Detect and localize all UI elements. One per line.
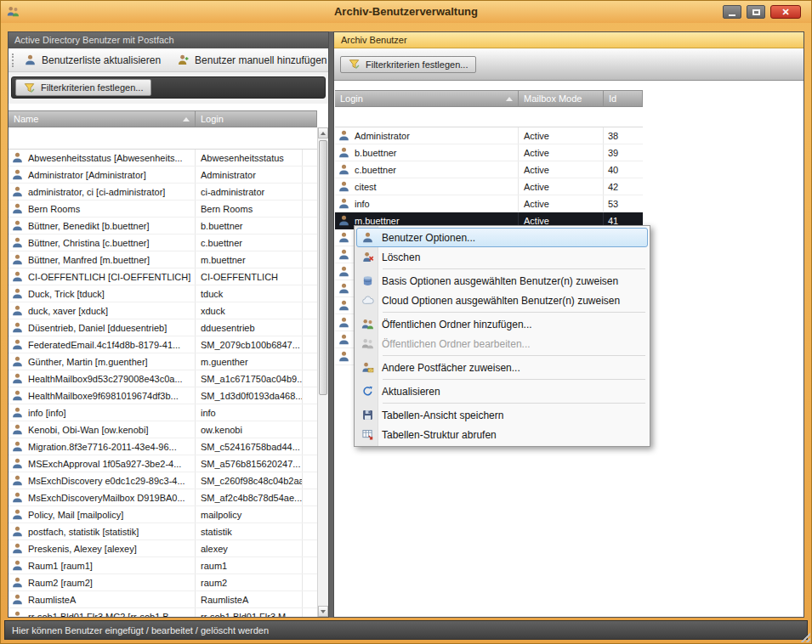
table-row[interactable]: Büttner, Manfred [m.buettner]m.buettner bbox=[9, 251, 317, 268]
menu-item-andere-postf-cher-zuweisen[interactable]: Andere Postfächer zuweisen... bbox=[356, 358, 648, 377]
table-row[interactable]: Düsentrieb, Daniel [dduesentrieb]dduesen… bbox=[9, 319, 317, 336]
user-icon bbox=[338, 164, 351, 175]
ad-filter-button[interactable]: Filterkriterien festlegen... bbox=[15, 79, 151, 96]
scroll-down-button[interactable] bbox=[318, 606, 328, 617]
menu-item-label: Tabellen-Ansicht speichern bbox=[382, 410, 503, 421]
table-row[interactable]: administrator, ci [ci-administrator]ci-a… bbox=[9, 184, 317, 201]
column-header-login[interactable]: Login bbox=[335, 91, 519, 106]
id-cell: 40 bbox=[604, 161, 643, 178]
column-header-login-label: Login bbox=[201, 114, 224, 124]
menu-item-ffentlichen-ordner-hinzuf-gen[interactable]: Öffentlichen Ordner hinzufügen... bbox=[356, 314, 648, 334]
user-icon bbox=[338, 283, 351, 294]
table-row[interactable]: Bern RoomsBern Rooms bbox=[9, 201, 317, 217]
menu-item-ffentlichen-ordner-bearbeiten: Öffentlichen Ordner bearbeiten... bbox=[356, 334, 648, 353]
table-row[interactable]: duck, xaver [xduck]xduck bbox=[9, 302, 317, 319]
table-row[interactable]: Raum1 [raum1]raum1 bbox=[9, 557, 317, 574]
menu-item-benutzer-optionen[interactable]: Benutzer Optionen... bbox=[356, 228, 648, 247]
menu-item-aktualisieren[interactable]: Aktualisieren bbox=[356, 381, 648, 401]
table-row[interactable]: Administrator [Administrator]Administrat… bbox=[9, 167, 317, 184]
name-cell: Duck, Trick [tduck] bbox=[9, 285, 196, 302]
maximize-button[interactable] bbox=[747, 5, 765, 19]
table-row[interactable]: RaumlisteARaumlisteA bbox=[9, 591, 317, 608]
name-cell: Bern Rooms bbox=[9, 201, 196, 217]
archive-filter-button[interactable]: Filterkriterien festlegen... bbox=[340, 56, 476, 73]
name-text: postfach, statistik [statistik] bbox=[28, 527, 139, 537]
login-cell: m.buettner bbox=[196, 251, 303, 268]
table-row[interactable]: Preskenis, Alexey [alexey]alexey bbox=[9, 540, 317, 557]
name-text: Düsentrieb, Daniel [dduesentrieb] bbox=[28, 323, 167, 333]
refresh-userlist-button[interactable]: Benutzerliste aktualisieren bbox=[18, 50, 168, 71]
table-row[interactable]: citestActive42 bbox=[335, 178, 643, 195]
name-cell: Kenobi, Obi-Wan [ow.kenobi] bbox=[9, 421, 196, 438]
scroll-up-button[interactable] bbox=[318, 127, 328, 138]
name-cell: rr-sob1 Bld01 Flr3 MC2 [rr-sob1 B... bbox=[9, 608, 196, 617]
user-icon bbox=[338, 198, 351, 209]
status-text: Hier können Benutzer eingefügt / bearbei… bbox=[12, 625, 269, 636]
login-text: c.buettner bbox=[355, 165, 396, 175]
user-icon bbox=[338, 181, 351, 192]
table-row[interactable]: c.buettnerActive40 bbox=[335, 161, 643, 178]
table-row[interactable]: infoActive53 bbox=[335, 195, 643, 212]
table-row[interactable]: Büttner, Benedikt [b.buettner]b.buettner bbox=[9, 217, 317, 234]
table-row[interactable]: info [info]info bbox=[9, 404, 317, 421]
persons-add-icon bbox=[360, 319, 376, 330]
menu-item-label: Öffentlichen Ordner hinzufügen... bbox=[382, 319, 532, 330]
table-row[interactable]: Kenobi, Obi-Wan [ow.kenobi]ow.kenobi bbox=[9, 421, 317, 438]
table-row[interactable]: Günther, Martin [m.guenther]m.guenther bbox=[9, 353, 317, 370]
menu-item-tabellen-ansicht-speichern[interactable]: Tabellen-Ansicht speichern bbox=[356, 405, 648, 425]
table-row[interactable]: Büttner, Christina [c.buettner]c.buettne… bbox=[9, 234, 317, 251]
user-icon bbox=[338, 300, 351, 311]
user-icon bbox=[338, 147, 351, 158]
user-icon bbox=[12, 169, 25, 180]
table-row[interactable]: MsExchDiscovery e0dc1c29-89c3-4...SM_c26… bbox=[9, 472, 317, 489]
name-text: administrator, ci [ci-administrator] bbox=[28, 187, 165, 197]
column-header-mailbox-mode[interactable]: Mailbox Mode bbox=[519, 91, 604, 106]
column-header-id[interactable]: Id bbox=[604, 91, 643, 106]
table-row[interactable]: rr-sob1 Bld01 Flr3 MC2 [rr-sob1 B...rr-s… bbox=[9, 608, 317, 617]
minimize-button[interactable] bbox=[723, 5, 741, 19]
table-row[interactable]: postfach, statistik [statistik]statistik bbox=[9, 523, 317, 540]
add-user-button[interactable]: Benutzer manuell hinzufügen bbox=[171, 50, 329, 71]
table-row[interactable]: Migration.8f3e7716-2011-43e4-96...SM_c52… bbox=[9, 438, 317, 455]
login-cell: SM_c52416758bad44... bbox=[196, 438, 303, 455]
table-row[interactable]: Raum2 [raum2]raum2 bbox=[9, 574, 317, 591]
login-cell: SM_c260f98c48c04b2aa bbox=[196, 472, 303, 489]
name-cell: MsExchDiscoveryMailbox D919BA0... bbox=[9, 489, 196, 506]
table-row[interactable]: b.buettnerActive39 bbox=[335, 144, 643, 161]
user-icon bbox=[338, 232, 351, 243]
menu-item-tabellen-struktur-abrufen[interactable]: Tabellen-Struktur abrufen bbox=[356, 425, 648, 444]
menu-item-l-schen[interactable]: Löschen bbox=[356, 247, 648, 267]
menu-item-basis-optionen-ausgew-hlten-benutzer-n-zuweisen[interactable]: Basis Optionen ausgewählten Benutzer(n) … bbox=[356, 271, 648, 291]
scroll-thumb[interactable] bbox=[319, 140, 327, 395]
login-cell: citest bbox=[335, 178, 519, 195]
table-row[interactable]: HealthMailbox9d53c279008e43c0a...SM_a1c6… bbox=[9, 370, 317, 387]
table-row[interactable]: MSExchApproval 1f05a927-3be2-4...SM_a576… bbox=[9, 455, 317, 472]
table-row[interactable]: MsExchDiscoveryMailbox D919BA0...SM_af2c… bbox=[9, 489, 317, 506]
user-icon bbox=[12, 288, 25, 299]
login-cell: raum2 bbox=[196, 574, 303, 590]
column-header-login[interactable]: Login bbox=[196, 111, 317, 127]
table-row[interactable]: Policy, Mail [mailpolicy]mailpolicy bbox=[9, 506, 317, 523]
person-delete-icon bbox=[360, 251, 376, 263]
menu-separator bbox=[383, 268, 645, 269]
table-row[interactable]: Abwesenheitsstatus [Abwesenheits...Abwes… bbox=[9, 150, 317, 167]
close-button[interactable]: ✕ bbox=[770, 5, 801, 19]
new-row-placeholder bbox=[335, 107, 643, 127]
menu-item-cloud-optionen-ausgew-hlten-benutzer-n-zuweisen[interactable]: Cloud Optionen ausgewählten Benutzer(n) … bbox=[356, 291, 648, 310]
column-header-name[interactable]: Name bbox=[9, 111, 196, 127]
menu-item-label: Cloud Optionen ausgewählten Benutzer(n) … bbox=[382, 295, 620, 307]
table-fetch-icon bbox=[360, 429, 376, 440]
table-row[interactable]: AdministratorActive38 bbox=[335, 127, 643, 144]
table-row[interactable]: FederatedEmail.4c1f4d8b-8179-41...SM_207… bbox=[9, 336, 317, 353]
table-row[interactable]: Duck, Trick [tduck]tduck bbox=[9, 285, 317, 302]
name-cell: Policy, Mail [mailpolicy] bbox=[9, 506, 196, 523]
ad-scrollbar[interactable] bbox=[317, 127, 328, 617]
login-cell: Administrator bbox=[196, 167, 303, 183]
column-header-name-label: Name bbox=[14, 114, 38, 124]
login-text: info bbox=[355, 199, 370, 209]
name-cell: Raum2 [raum2] bbox=[9, 574, 196, 590]
toolbar-grip[interactable] bbox=[12, 54, 14, 67]
table-row[interactable]: CI-OEFFENTLICH [CI-OEFFENTLICH]CI-OEFFEN… bbox=[9, 268, 317, 285]
table-row[interactable]: HealthMailboxe9f6981019674df3b...SM_1d3d… bbox=[9, 387, 317, 404]
window-title: Archiv-Benutzerverwaltung bbox=[1, 5, 811, 18]
